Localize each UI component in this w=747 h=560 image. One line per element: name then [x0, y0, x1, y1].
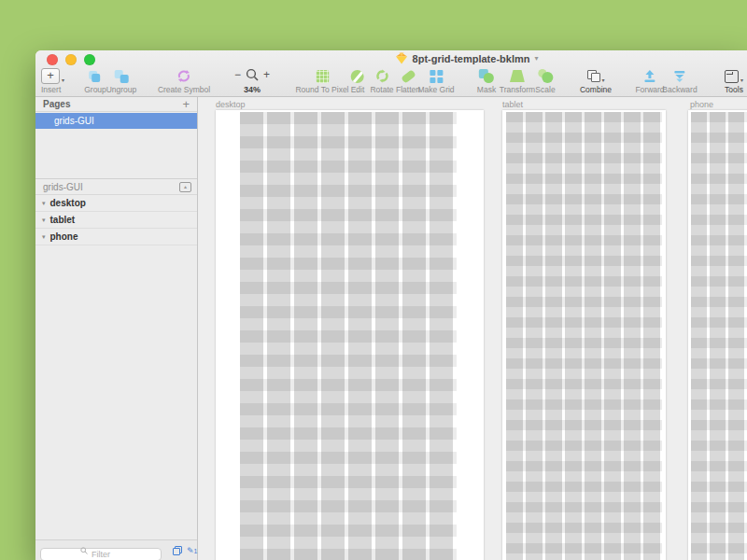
sketch-document-icon: [396, 52, 408, 64]
titlebar[interactable]: 8pt-grid-template-bklmn ▾: [35, 50, 747, 67]
scale-circles-icon: [538, 69, 553, 83]
pages-header: Pages +: [35, 97, 197, 112]
desktop-background: 8pt-grid-template-bklmn ▾ + ▾ Insert: [0, 0, 747, 560]
layer-item-tablet[interactable]: ▾ tablet: [35, 212, 197, 229]
zoom-button[interactable]: [84, 54, 95, 65]
plus-box-icon[interactable]: +: [41, 68, 60, 84]
pencil-badge-icon[interactable]: ✎1: [187, 546, 197, 555]
layout-grid-phone: [691, 112, 747, 560]
move-backward-icon: [672, 70, 686, 83]
artboard-label-tablet[interactable]: tablet: [502, 100, 523, 109]
filter-magnifier-icon: [80, 547, 88, 554]
artboard-label-desktop[interactable]: desktop: [216, 100, 246, 109]
zoom-out-button[interactable]: −: [234, 68, 241, 81]
artboard-label-phone[interactable]: phone: [690, 100, 713, 109]
mask-button[interactable]: Mask: [477, 68, 496, 94]
disclosure-triangle-icon[interactable]: ▾: [42, 217, 46, 224]
title-chevron-icon[interactable]: ▾: [534, 54, 538, 63]
flatten-capsule-icon: [401, 69, 416, 84]
artboard-list-icon[interactable]: ▴: [179, 182, 191, 192]
layout-grid-desktop: [240, 112, 457, 560]
minimize-button[interactable]: [65, 54, 77, 65]
close-button[interactable]: [47, 54, 58, 65]
pages-list-empty-area[interactable]: [35, 129, 197, 179]
group-button[interactable]: Group: [84, 68, 106, 94]
layers-page-name: grids-GUI: [43, 182, 83, 192]
toolbar: + ▾ Insert Group: [35, 66, 747, 96]
combine-button[interactable]: ▾ Combine: [580, 68, 612, 94]
tools-window-icon: [725, 70, 739, 83]
ungroup-button[interactable]: Ungroup: [106, 68, 137, 94]
add-page-button[interactable]: +: [182, 100, 190, 109]
magnifier-icon: [246, 68, 259, 81]
window-body: Pages + grids-GUI grids-GUI ▴ ▾ desktop …: [35, 97, 747, 560]
backward-button[interactable]: Backward: [662, 68, 697, 94]
disclosure-triangle-icon[interactable]: ▾: [42, 200, 46, 207]
zoom-controls: − + 34%: [234, 68, 270, 94]
layers-empty-area[interactable]: [35, 245, 197, 539]
make-grid-icon: [430, 70, 443, 83]
document-title-group[interactable]: 8pt-grid-template-bklmn ▾: [396, 52, 539, 64]
insert-button[interactable]: + ▾ Insert: [41, 68, 64, 94]
artboard-phone[interactable]: [688, 110, 747, 560]
edit-button[interactable]: Edit: [351, 68, 365, 94]
create-symbol-button[interactable]: Create Symbol: [158, 68, 210, 94]
edit-vector-icon: [351, 70, 364, 83]
window-header: 8pt-grid-template-bklmn ▾ + ▾ Insert: [35, 50, 747, 97]
layers-header: grids-GUI ▴: [35, 179, 197, 195]
make-grid-button[interactable]: Make Grid: [417, 68, 454, 94]
filter-bar: ✎1: [35, 539, 197, 560]
ungroup-squares-icon: [114, 70, 128, 83]
transform-button[interactable]: Transform: [500, 68, 535, 94]
transform-trapezoid-icon: [510, 70, 525, 82]
pages-panel-toggle-icon[interactable]: [173, 546, 182, 554]
rotate-button[interactable]: Rotate: [370, 68, 393, 94]
disclosure-triangle-icon[interactable]: ▾: [42, 233, 46, 241]
combine-squares-icon: [586, 70, 599, 82]
canvas[interactable]: desktop tablet phone: [198, 97, 747, 560]
flatten-button[interactable]: Flatten: [396, 68, 420, 94]
artboard-desktop[interactable]: [216, 110, 484, 560]
round-to-pixel-button[interactable]: Round To Pixel: [295, 68, 348, 94]
filter-input[interactable]: [40, 548, 162, 560]
forward-button[interactable]: Forward: [635, 68, 664, 94]
layout-grid-tablet: [506, 112, 662, 560]
scale-button[interactable]: Scale: [535, 68, 555, 94]
zoom-level: 34%: [244, 85, 261, 94]
sidebar: Pages + grids-GUI grids-GUI ▴ ▾ desktop …: [35, 97, 198, 560]
combine-caret-icon[interactable]: ▾: [601, 77, 604, 83]
insert-caret-icon[interactable]: ▾: [62, 77, 64, 83]
traffic-lights: [47, 54, 95, 65]
artboard-tablet[interactable]: [502, 110, 666, 560]
move-forward-icon: [643, 70, 657, 83]
tools-button[interactable]: ▾ Tools: [725, 68, 743, 94]
page-item-grids-gui[interactable]: grids-GUI: [35, 113, 197, 129]
sketch-window: 8pt-grid-template-bklmn ▾ + ▾ Insert: [35, 50, 747, 560]
mask-icon: [479, 69, 494, 83]
symbol-cycle-icon: [176, 69, 191, 83]
zoom-in-button[interactable]: +: [263, 68, 270, 81]
layer-item-phone[interactable]: ▾ phone: [35, 229, 197, 245]
pixel-grid-icon: [316, 70, 329, 83]
document-title: 8pt-grid-template-bklmn: [413, 53, 530, 64]
pages-title: Pages: [43, 99, 70, 109]
group-squares-icon: [89, 70, 103, 83]
rotate-arrows-icon: [374, 69, 389, 83]
tools-caret-icon[interactable]: ▾: [740, 77, 743, 83]
layer-item-desktop[interactable]: ▾ desktop: [35, 195, 197, 212]
